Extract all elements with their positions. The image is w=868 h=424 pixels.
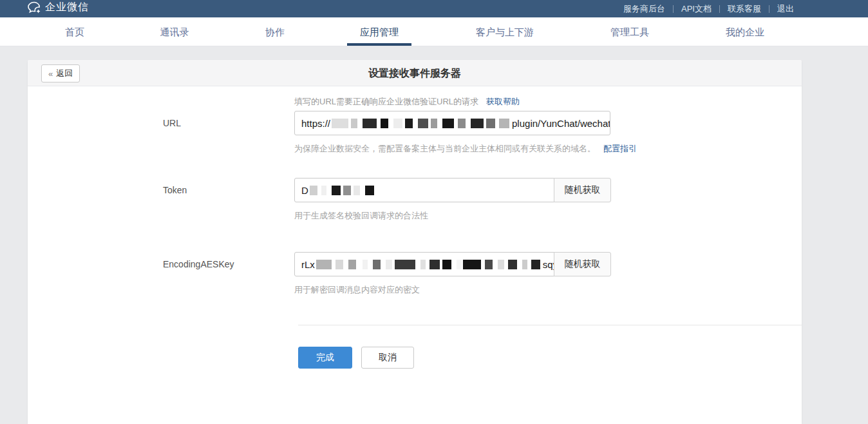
url-value-prefix: https:// bbox=[301, 118, 330, 129]
tab-home[interactable]: 首页 bbox=[65, 17, 84, 46]
top-bar: 企业微信 服务商后台 API文档 联系客服 退出 bbox=[0, 0, 868, 17]
token-label: Token bbox=[163, 178, 294, 222]
token-row: Token D 随机获取 用于生成签名校验回调请求的合法性 bbox=[163, 178, 802, 222]
token-input[interactable]: D bbox=[294, 178, 554, 202]
aeskey-label: EncodingAESKey bbox=[163, 252, 294, 296]
top-links: 服务商后台 API文档 联系客服 退出 bbox=[616, 0, 802, 17]
settings-panel: « 返回 设置接收事件服务器 URL 填写的URL需要正确响应企业微信验证URL… bbox=[28, 60, 802, 424]
tab-my-company[interactable]: 我的企业 bbox=[726, 17, 764, 46]
aeskey-redaction-mosaic bbox=[316, 260, 542, 269]
brand[interactable]: 企业微信 bbox=[26, 0, 89, 17]
back-label: 返回 bbox=[56, 68, 73, 79]
token-random-generate-button[interactable]: 随机获取 bbox=[554, 178, 611, 202]
url-redaction-mosaic bbox=[332, 119, 511, 128]
token-control: D 随机获取 用于生成签名校验回调请求的合法性 bbox=[294, 178, 611, 222]
back-chevron-icon: « bbox=[48, 69, 53, 79]
get-help-link[interactable]: 获取帮助 bbox=[486, 97, 520, 106]
url-control: 填写的URL需要正确响应企业微信验证URL的请求获取帮助 https:// pl… bbox=[294, 95, 637, 155]
tab-admin-tools[interactable]: 管理工具 bbox=[610, 17, 649, 46]
contact-support-link[interactable]: 联系客服 bbox=[720, 0, 769, 17]
brand-name: 企业微信 bbox=[45, 1, 89, 14]
url-input[interactable]: https:// plugin/YunChat/wechatKfCa bbox=[294, 111, 610, 135]
aeskey-input[interactable]: rLx sqy bbox=[294, 252, 554, 276]
aeskey-value-suffix: sqy bbox=[543, 259, 554, 270]
token-redaction-mosaic bbox=[310, 186, 375, 195]
back-button[interactable]: « 返回 bbox=[41, 64, 80, 82]
aeskey-row: EncodingAESKey rLx sqy 随机获取 用于解密回调消息内容对应… bbox=[163, 252, 802, 296]
server-settings-form: URL 填写的URL需要正确响应企业微信验证URL的请求获取帮助 https:/… bbox=[28, 86, 802, 369]
url-help-bottom: 为保障企业数据安全，需配置备案主体与当前企业主体相同或有关联关系的域名。配置指引 bbox=[294, 143, 637, 155]
url-help-top-text: 填写的URL需要正确响应企业微信验证URL的请求 bbox=[294, 97, 478, 106]
wechat-work-logo-icon bbox=[26, 0, 42, 17]
panel-header: « 返回 设置接收事件服务器 bbox=[28, 60, 802, 86]
tab-app-management[interactable]: 应用管理 bbox=[360, 17, 399, 46]
aeskey-input-group: rLx sqy 随机获取 bbox=[294, 252, 611, 276]
url-help-top: 填写的URL需要正确响应企业微信验证URL的请求获取帮助 bbox=[294, 95, 637, 108]
logout-link[interactable]: 退出 bbox=[769, 0, 802, 17]
tab-contacts[interactable]: 通讯录 bbox=[160, 17, 189, 46]
form-divider bbox=[298, 325, 802, 325]
api-docs-link[interactable]: API文档 bbox=[674, 0, 719, 17]
token-value-prefix: D bbox=[301, 185, 308, 196]
aeskey-control: rLx sqy 随机获取 用于解密回调消息内容对应的密文 bbox=[294, 252, 611, 296]
url-label: URL bbox=[163, 95, 294, 155]
url-row: URL 填写的URL需要正确响应企业微信验证URL的请求获取帮助 https:/… bbox=[163, 95, 802, 155]
config-guide-link[interactable]: 配置指引 bbox=[603, 144, 637, 153]
tab-customers[interactable]: 客户与上下游 bbox=[476, 17, 534, 46]
aeskey-random-generate-button[interactable]: 随机获取 bbox=[554, 252, 611, 276]
token-input-group: D 随机获取 bbox=[294, 178, 611, 202]
form-actions: 完成 取消 bbox=[298, 347, 802, 369]
aeskey-help: 用于解密回调消息内容对应的密文 bbox=[294, 284, 611, 296]
token-help: 用于生成签名校验回调请求的合法性 bbox=[294, 210, 611, 222]
url-help-bottom-text: 为保障企业数据安全，需配置备案主体与当前企业主体相同或有关联关系的域名。 bbox=[294, 144, 596, 153]
service-provider-console-link[interactable]: 服务商后台 bbox=[616, 0, 673, 17]
aeskey-value-prefix: rLx bbox=[301, 259, 315, 270]
main-nav: 首页 通讯录 协作 应用管理 客户与上下游 管理工具 我的企业 bbox=[0, 17, 868, 46]
cancel-button[interactable]: 取消 bbox=[361, 347, 414, 369]
page-title: 设置接收事件服务器 bbox=[28, 60, 802, 86]
confirm-button[interactable]: 完成 bbox=[298, 347, 352, 369]
url-value-suffix: plugin/YunChat/wechatKfCa bbox=[512, 118, 610, 129]
tab-collaboration[interactable]: 协作 bbox=[265, 17, 285, 46]
